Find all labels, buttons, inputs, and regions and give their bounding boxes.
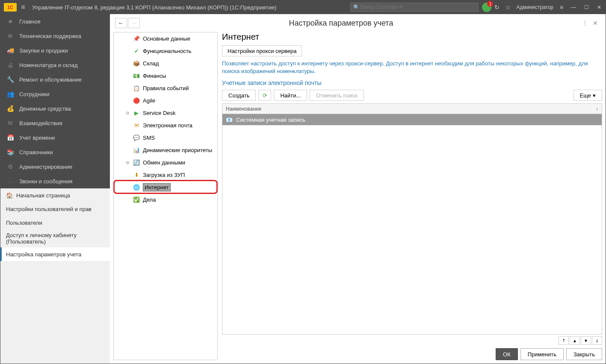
tree-item[interactable]: ✔Функциональность — [114, 45, 217, 57]
toolbar: Создать ⟳ Найти... Отменить поиск Еще ▾ — [222, 90, 602, 101]
nav-forward-button[interactable]: → — [128, 18, 140, 28]
find-button[interactable]: Найти... — [274, 90, 307, 101]
close-window-button[interactable]: ✕ — [593, 4, 606, 10]
sub-label: Пользователи — [6, 220, 42, 226]
tree-item[interactable]: 💵Финансы — [114, 70, 217, 82]
sidebar-nav-item[interactable]: ⊕Техническая поддержка — [0, 29, 110, 43]
search-box[interactable]: 🔍 — [350, 3, 479, 12]
sidebar-nav-item[interactable]: ⚙Администрирование — [0, 159, 110, 174]
tree-item-label: Электронная почта — [143, 122, 192, 129]
page-title: Настройка параметров учета — [145, 19, 580, 28]
close-button[interactable]: Закрыть — [566, 348, 602, 360]
minimize-button[interactable]: — — [567, 4, 580, 10]
tree-item[interactable]: 🌐Интернет — [114, 181, 217, 194]
ok-button[interactable]: ОК — [496, 348, 518, 360]
sidebar-nav-item[interactable]: 📅Учет времени — [0, 130, 110, 145]
tree-item[interactable]: ⬇Загрузка из ЗУП — [114, 169, 217, 181]
table-header[interactable]: Наименование ↓ — [222, 104, 602, 114]
nav-icon: ✉ — [6, 120, 14, 126]
tree-item-icon: 🔄 — [133, 159, 140, 166]
apply-button[interactable]: Применить — [520, 348, 564, 360]
right-panel: Интернет Настройки прокси сервера Позвол… — [222, 32, 602, 360]
first-row-button[interactable]: ⤒ — [559, 336, 569, 345]
sidebar-nav-item[interactable]: 🚚Закупки и продажи — [0, 43, 110, 58]
nav-back-button[interactable]: ← — [115, 18, 127, 28]
tree-item-icon: ✉ — [133, 122, 140, 129]
tree-item-label: Дела — [143, 197, 156, 203]
next-row-button[interactable]: ▼ — [581, 336, 591, 345]
history-icon[interactable]: ↻ — [491, 4, 503, 11]
tree-item[interactable]: 💬SMS — [114, 132, 217, 144]
sidebar-nav-item[interactable]: 👥Сотрудники — [0, 87, 110, 101]
tree-item-label: Интернет — [143, 183, 171, 191]
window-title: Управление IT-отделом 8, редакция 3.1 КО… — [30, 4, 276, 11]
sidebar-nav-item[interactable]: 📞Звонки и сообщения — [0, 174, 110, 188]
star-icon[interactable]: ☆ — [503, 4, 514, 11]
prev-row-button[interactable]: ▲ — [570, 336, 580, 345]
tree-item-icon: 📋 — [133, 85, 140, 91]
nav-label: Ремонт и обслуживание — [19, 76, 82, 83]
sidebar-sub-item[interactable]: Настройки пользователей и прав — [0, 202, 110, 216]
last-row-button[interactable]: ⤓ — [592, 336, 602, 345]
sidebar-sub-item[interactable]: 🏠Начальная страница — [0, 188, 110, 202]
content: ← → Настройка параметров учета ⋮ ✕ 📌Осно… — [110, 14, 606, 364]
tree-item-label: Динамические приоритеты — [143, 147, 212, 153]
tree-item-label: Правила событий — [143, 85, 189, 91]
tree-item-icon: 💵 — [133, 73, 140, 79]
home-icon: 🏠 — [6, 192, 13, 199]
nav-label: Закупки и продажи — [19, 47, 68, 54]
sidebar-nav-item[interactable]: 📚Справочники — [0, 145, 110, 159]
tree-item[interactable]: 📊Динамические приоритеты — [114, 144, 217, 156]
description-text: Позволяет настроить доступ к интернету ч… — [222, 60, 602, 75]
sidebar-subsection: 🏠Начальная страницаНастройки пользовател… — [0, 188, 110, 364]
expand-icon[interactable]: ⊖ — [125, 111, 130, 115]
create-button[interactable]: Создать — [222, 90, 256, 101]
tree-item[interactable]: 📌Основные данные — [114, 32, 217, 45]
tree-item-label: Финансы — [143, 73, 166, 79]
sidebar-nav-item[interactable]: 🔧Ремонт и обслуживание — [0, 72, 110, 87]
tree-item[interactable]: 📋Правила событий — [114, 82, 217, 94]
nav-icon: ★ — [6, 18, 14, 25]
tree-item[interactable]: ⊖▶Service Desk — [114, 107, 217, 119]
expand-icon[interactable]: ⊖ — [125, 160, 130, 165]
sort-indicator-icon: ↓ — [596, 106, 598, 112]
hamburger-icon[interactable]: ≡ — [17, 3, 30, 11]
tree-item[interactable]: ✉Электронная почта — [114, 119, 217, 132]
kebab-icon[interactable]: ⋮ — [580, 20, 590, 26]
email-accounts-title: Учетные записи электронной почты — [222, 79, 602, 86]
tree-item[interactable]: ✅Дела — [114, 194, 217, 206]
nav-icon: 📞 — [6, 178, 14, 185]
sidebar: ★Главное⊕Техническая поддержка🚚Закупки и… — [0, 14, 110, 364]
search-input[interactable] — [360, 4, 476, 10]
cancel-search-button[interactable]: Отменить поиск — [310, 90, 364, 101]
maximize-button[interactable]: ☐ — [580, 4, 593, 10]
sidebar-sub-item[interactable]: Пользователи — [0, 216, 110, 229]
sidebar-nav-item[interactable]: 💰Денежные средства — [0, 101, 110, 116]
row-nav-buttons: ⤒ ▲ ▼ ⤓ — [222, 335, 602, 345]
close-tab-button[interactable]: ✕ — [590, 20, 600, 26]
sidebar-nav-item[interactable]: ★Главное — [0, 14, 110, 29]
sidebar-nav-item[interactable]: ✉Взаимодействия — [0, 116, 110, 130]
tree-item-icon: ▶ — [133, 110, 140, 116]
user-label[interactable]: Администратор — [514, 4, 556, 10]
tree-item-label: Обмен данными — [143, 159, 185, 166]
tree-item[interactable]: 📦Склад — [114, 57, 217, 70]
notification-bell-icon[interactable] — [482, 3, 491, 12]
sidebar-nav-item[interactable]: 🖨Номенклатура и склад — [0, 58, 110, 72]
tree-item[interactable]: 🔴Agile — [114, 94, 217, 107]
footer-buttons: ОК Применить Закрыть — [222, 345, 602, 360]
sub-label: Настройки пользователей и прав — [6, 206, 92, 212]
refresh-button[interactable]: ⟳ — [258, 90, 271, 101]
tree-item[interactable]: ⊖🔄Обмен данными — [114, 156, 217, 169]
tree-item-label: Agile — [143, 97, 155, 104]
tree-item-label: SMS — [143, 135, 155, 141]
tree-item-label: Функциональность — [143, 48, 192, 54]
search-icon: 🔍 — [353, 4, 360, 10]
proxy-settings-button[interactable]: Настройки прокси сервера — [222, 45, 302, 56]
sidebar-sub-item[interactable]: Настройка параметров учета — [0, 247, 110, 261]
tree-item-icon: ✔ — [133, 48, 140, 54]
table-row[interactable]: 📧Системная учетная запись — [222, 114, 602, 125]
sidebar-sub-item[interactable]: Доступ к личному кабинету (Пользователь) — [0, 229, 110, 247]
more-button[interactable]: Еще ▾ — [573, 90, 602, 101]
settings-lines-icon[interactable]: ≡ — [556, 4, 567, 11]
